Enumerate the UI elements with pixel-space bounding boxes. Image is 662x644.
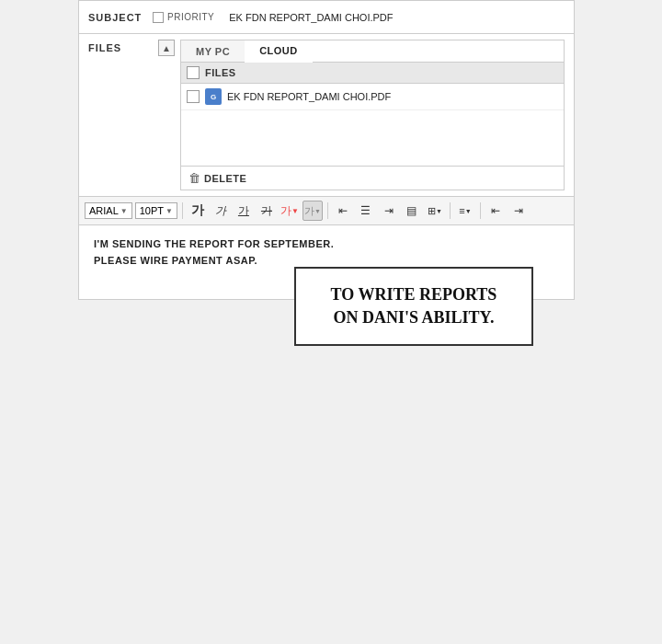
files-list-header-label: FILES [205,67,236,78]
subject-label: SUBJECT [88,12,153,23]
delete-button[interactable]: DELETE [204,173,246,184]
files-expand-button[interactable]: ▲ [158,40,175,56]
text-toolbar: ARIAL ▼ 10PT ▼ 가 가 가 가 가▼ 가▼ ⇤ ☰ ⇥ ▤ ⊞▼ … [79,197,574,225]
subject-row: SUBJECT PRIORITY EK FDN REPORT_DAMI CHOI… [79,1,574,34]
font-select[interactable]: ARIAL ▼ [85,202,132,219]
files-row: FILES ▲ MY PC CLOUD FILES G EK FDN [79,34,574,197]
files-header-checkbox[interactable] [187,66,200,79]
files-empty-area [181,110,564,166]
align-right-button[interactable]: ⇥ [379,201,399,221]
highlight-button[interactable]: 가▼ [302,201,323,221]
files-label: FILES [88,42,153,53]
toolbar-separator-2 [327,202,328,219]
indent2-button[interactable]: ⇥ [508,201,529,221]
color-button[interactable]: 가▼ [280,201,300,221]
files-label-wrap: FILES ▲ [88,40,180,56]
underline-button[interactable]: 가 [234,201,254,221]
indent-button[interactable]: ⊞▼ [425,201,445,221]
popup-text-line1: TO WRITE REPORTS [314,283,513,306]
popup-tooltip: TO WRITE REPORTS ON DANI'S ABILITY. [294,267,533,346]
bold-button[interactable]: 가 [188,201,208,221]
outdent-button[interactable]: ⇤ [485,201,506,221]
trash-icon: 🗑 [188,171,200,185]
popup-text-line2: ON DANI'S ABILITY. [314,306,513,329]
toolbar-separator-1 [182,202,183,219]
file-item: G EK FDN REPORT_DAMI CHOI.PDF [181,84,564,110]
email-compose-panel: SUBJECT PRIORITY EK FDN REPORT_DAMI CHOI… [78,0,575,300]
file-name: EK FDN REPORT_DAMI CHOI.PDF [227,91,391,102]
files-list-header: FILES [181,63,564,84]
files-panel: MY PC CLOUD FILES G EK FDN REPORT_DAMI C… [180,40,565,190]
priority-wrap: PRIORITY [153,12,214,23]
expand-arrow-icon: ▲ [162,43,171,53]
file-type-icon: G [205,88,222,105]
italic-button[interactable]: 가 [211,201,231,221]
priority-checkbox[interactable] [153,12,164,23]
strikethrough-button[interactable]: 가 [257,201,277,221]
align-justify-button[interactable]: ▤ [402,201,422,221]
message-line-1: I'M SENDING THE REPORT FOR SEPTEMBER. [94,236,559,253]
tab-cloud[interactable]: CLOUD [245,40,313,63]
priority-label: PRIORITY [167,12,214,22]
files-tab-bar: MY PC CLOUD [181,40,564,63]
delete-bar: 🗑 DELETE [181,166,564,190]
font-size: 10PT [140,205,164,216]
align-center-button[interactable]: ☰ [356,201,376,221]
font-name: ARIAL [89,205,119,216]
size-dropdown-arrow: ▼ [166,207,173,215]
subject-value: EK FDN REPORT_DAMI CHOI.PDF [223,12,565,23]
font-dropdown-arrow: ▼ [120,207,128,215]
file-checkbox[interactable] [187,90,200,103]
toolbar-separator-3 [450,202,451,219]
list-button[interactable]: ≡▼ [455,201,475,221]
align-left-button[interactable]: ⇤ [333,201,353,221]
size-select[interactable]: 10PT ▼ [135,202,177,219]
toolbar-separator-4 [480,202,481,219]
tab-my-pc[interactable]: MY PC [181,40,245,62]
